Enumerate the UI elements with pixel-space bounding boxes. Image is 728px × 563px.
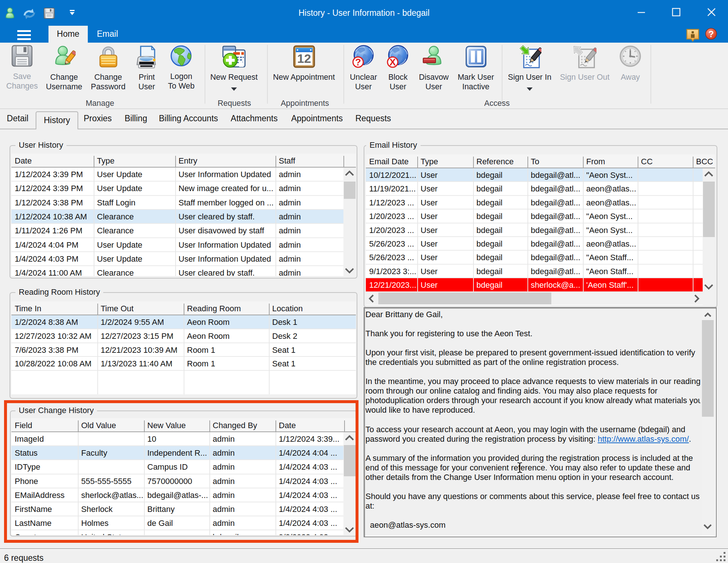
svg-text:12: 12 — [297, 51, 311, 65]
svg-text:?: ? — [709, 29, 714, 39]
svg-text:X: X — [389, 57, 396, 68]
svg-text:?: ? — [355, 57, 361, 68]
